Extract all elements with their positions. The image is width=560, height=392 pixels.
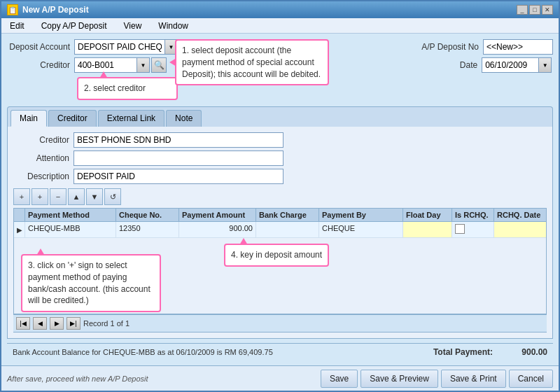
th-payment-by: Payment By	[319, 209, 403, 221]
form-creditor-row: Creditor	[13, 132, 547, 148]
date-input[interactable]	[482, 57, 539, 73]
creditor-combo: ▼ 🔍	[74, 57, 167, 73]
callout2-container: 2. select creditor	[77, 77, 178, 100]
tab-content: Creditor Attention Description +	[7, 127, 553, 339]
footer-hint: After save, proceed with new A/P Deposit	[7, 374, 148, 383]
row-payment-method[interactable]: CHEQUE-MBB	[25, 222, 116, 237]
form-description-row: Description	[13, 169, 547, 184]
callout4-text: 4. key in deposit amount	[231, 250, 322, 260]
th-cheque-no: Cheque No.	[116, 209, 179, 221]
add-sub-button[interactable]: +	[31, 188, 48, 205]
row-rchq-date[interactable]	[494, 222, 547, 237]
row-float-day[interactable]	[403, 222, 452, 237]
total-payment-section: Total Payment: 900.00	[433, 347, 547, 357]
form-attention-row: Attention	[13, 150, 547, 166]
nav-first-button[interactable]: |◀	[16, 317, 30, 330]
nav-record-info: Record 1 of 1	[83, 319, 130, 328]
callout2-text: 2. select creditor	[84, 83, 146, 93]
is-rchq-checkbox[interactable]	[455, 224, 465, 234]
th-arrow	[14, 209, 25, 221]
table-row: ▶ CHEQUE-MBB 12350 900.00 CHEQUE	[14, 222, 546, 238]
footer-buttons: Save Save & Preview Save & Print Cancel	[321, 370, 553, 388]
date-dropdown[interactable]: ▼	[539, 57, 552, 73]
refresh-button[interactable]: ↺	[104, 188, 121, 205]
callout4: 4. key in deposit amount	[224, 244, 329, 267]
deposit-account-combo: ▼	[74, 39, 178, 55]
row-payment-amount[interactable]: 900.00	[179, 222, 256, 237]
menu-bar: Edit Copy A/P Deposit View Window	[1, 18, 559, 34]
row-arrow: ▶	[14, 222, 25, 237]
save-preview-button[interactable]: Save & Preview	[360, 370, 438, 388]
total-payment-label: Total Payment:	[433, 347, 493, 357]
callout3-container: 3. click on '+' sign to select payment m…	[21, 254, 161, 312]
callout1: 1. select deposit account (the payment m…	[175, 39, 329, 85]
tab-external-link[interactable]: External Link	[98, 110, 164, 127]
ap-deposit-no-input[interactable]	[483, 39, 553, 55]
callout1-text: 1. select deposit account (the payment m…	[182, 46, 321, 79]
callout2: 2. select creditor	[77, 77, 178, 100]
main-window: 📋 New A/P Deposit _ □ ✕ Edit Copy A/P De…	[0, 0, 560, 392]
date-label: Date	[421, 60, 477, 70]
creditor-row: Creditor ▼ 🔍	[7, 57, 178, 73]
title-bar-left: 📋 New A/P Deposit	[7, 4, 89, 15]
nav-next-button[interactable]: ▶	[50, 317, 64, 330]
add-row-button[interactable]: +	[13, 188, 30, 205]
close-button[interactable]: ✕	[542, 5, 553, 15]
move-up-button[interactable]: ▲	[68, 188, 85, 205]
remove-row-button[interactable]: −	[50, 188, 66, 205]
deposit-account-label: Deposit Account	[7, 42, 70, 52]
date-combo: ▼	[482, 57, 552, 73]
nav-last-button[interactable]: ▶|	[66, 317, 80, 330]
callout2-arrow	[99, 71, 108, 78]
data-table: Payment Method Cheque No. Payment Amount…	[13, 208, 547, 314]
nav-prev-button[interactable]: ◀	[33, 317, 47, 330]
tab-note[interactable]: Note	[166, 110, 202, 127]
minimize-button[interactable]: _	[517, 5, 528, 15]
form-attention-label: Attention	[13, 153, 69, 163]
form-description-label: Description	[13, 172, 69, 181]
save-print-button[interactable]: Save & Print	[441, 370, 506, 388]
form-description-input[interactable]	[74, 169, 284, 184]
date-row: Date ▼	[421, 57, 552, 73]
row-bank-charge[interactable]	[256, 222, 319, 237]
tabs-section: Main Creditor External Link Note Credito…	[7, 106, 553, 339]
bank-balance-text: Bank Account Balance for CHEQUE-MBB as a…	[13, 348, 273, 356]
form-attention-input[interactable]	[74, 150, 284, 166]
menu-view[interactable]: View	[121, 20, 145, 32]
menu-copy-ap-deposit[interactable]: Copy A/P Deposit	[38, 20, 110, 32]
creditor-search-button[interactable]: 🔍	[151, 57, 167, 73]
callout3-text: 3. click on '+' sign to select payment m…	[28, 260, 150, 305]
window-icon: 📋	[7, 4, 18, 15]
save-button[interactable]: Save	[321, 370, 358, 388]
status-bar: Bank Account Balance for CHEQUE-MBB as a…	[7, 343, 553, 360]
form-creditor-input[interactable]	[74, 132, 284, 148]
table-header: Payment Method Cheque No. Payment Amount…	[14, 209, 546, 222]
cancel-button[interactable]: Cancel	[509, 370, 553, 388]
menu-edit[interactable]: Edit	[7, 20, 27, 32]
creditor-dropdown[interactable]: ▼	[137, 57, 150, 73]
callout4-container: 4. key in deposit amount	[224, 244, 329, 267]
tab-main[interactable]: Main	[10, 110, 47, 127]
nav-bar: |◀ ◀ ▶ ▶| Record 1 of 1	[13, 314, 547, 332]
th-is-rchq: Is RCHQ.	[452, 209, 494, 221]
move-down-button[interactable]: ▼	[86, 188, 103, 205]
maximize-button[interactable]: □	[529, 5, 540, 15]
deposit-account-input[interactable]	[74, 39, 165, 55]
row-is-rchq	[452, 222, 494, 237]
tab-creditor[interactable]: Creditor	[48, 110, 97, 127]
footer: After save, proceed with new A/P Deposit…	[1, 365, 559, 391]
tab-header: Main Creditor External Link Note	[7, 106, 553, 127]
row-cheque-no[interactable]: 12350	[116, 222, 179, 237]
right-header-fields: A/P Deposit No Date ▼	[421, 39, 553, 73]
callout3-arrow	[36, 248, 45, 255]
form-fields: Creditor Attention Description	[13, 132, 547, 184]
deposit-account-row: Deposit Account ▼	[7, 39, 178, 55]
ap-deposit-no-label: A/P Deposit No	[421, 42, 479, 52]
title-controls: _ □ ✕	[517, 5, 553, 15]
callout4-arrow	[239, 238, 248, 245]
th-payment-method: Payment Method	[25, 209, 116, 221]
callout1-container: 1. select deposit account (the payment m…	[175, 39, 329, 85]
creditor-input[interactable]	[74, 57, 137, 73]
row-payment-by[interactable]: CHEQUE	[319, 222, 403, 237]
menu-window[interactable]: Window	[155, 20, 191, 32]
